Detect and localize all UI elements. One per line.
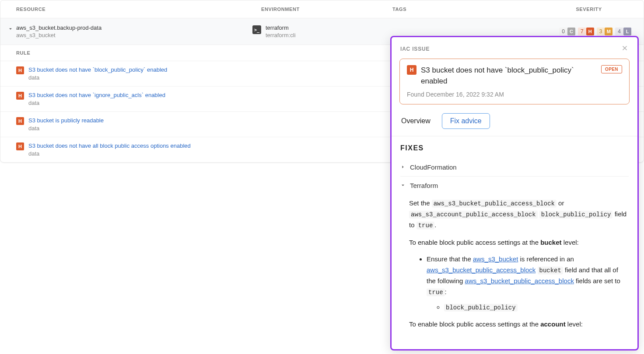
sev-high-badge: H [16,66,24,74]
tab-fix-advice[interactable]: Fix advice [442,113,490,129]
col-tags: TAGS [392,7,550,12]
chevron-right-icon [400,163,406,171]
sev-low-count: 4 [615,28,623,35]
fix-label: Terraform [410,182,438,189]
aws-s3-bucket-pab-link2[interactable]: aws_s3_bucket_public_access_block [465,277,574,285]
sev-medium-badge: M [605,28,612,35]
issue-summary-card: H S3 bucket does not have `block_public_… [399,59,630,104]
issue-tabs: Overview Fix advice [392,104,637,136]
close-icon[interactable] [621,44,629,53]
fix-label: CloudFormation [410,163,457,171]
rule-title[interactable]: S3 bucket does not have `ignore_public_a… [28,92,165,98]
sev-high-badge: H [16,117,24,125]
tab-overview[interactable]: Overview [400,114,431,128]
env-name: terraform [266,24,296,31]
rule-subtitle: data [28,100,165,106]
chevron-down-icon[interactable] [7,24,14,33]
rule-title[interactable]: S3 bucket does not have all block public… [28,142,191,149]
resource-type: aws_s3_bucket [16,32,102,38]
list-item: block_public_policy [444,302,629,313]
sev-critical-badge: C [567,28,575,35]
sev-high-badge: H [586,28,594,35]
sev-medium-count: 3 [597,28,605,35]
rule-subtitle: data [28,74,167,81]
sev-high-count: 7 [578,28,586,35]
col-environment: ENVIRONMENT [261,7,392,12]
terraform-fix-body: Set the aws_s3_bucket_public_access_bloc… [400,194,629,330]
issue-title: S3 bucket does not have `block_public_po… [421,65,597,87]
panel-title: IAC ISSUE [400,46,430,52]
terminal-icon: >_ [252,25,261,34]
rule-subtitle: data [28,125,104,132]
chevron-down-icon [400,182,406,189]
env-sub: terraform:cli [266,32,296,38]
severity-badges: 0 C 7 H 3 M 4 L [541,28,637,35]
fixes-heading: FIXES [400,144,629,152]
status-badge: OPEN [601,65,622,73]
panel-body: FIXES CloudFormation Terraform Set the a… [392,136,637,349]
issue-found-text: Found December 16, 2022 9:32 AM [407,91,622,98]
table-header-row: RESOURCE ENVIRONMENT TAGS SEVERITY [0,0,644,18]
rule-title[interactable]: S3 bucket is publicly readable [28,117,104,124]
fix-cloudformation[interactable]: CloudFormation [400,158,629,177]
sev-high-badge: H [407,65,416,75]
col-severity: SEVERITY [550,7,628,12]
fix-terraform[interactable]: Terraform [400,177,629,194]
issue-detail-panel: IAC ISSUE H S3 bucket does not have `blo… [390,36,639,351]
sev-high-badge: H [16,142,24,150]
resource-name: aws_s3_bucket.backup-prod-data [16,24,102,31]
sev-low-badge: L [623,28,631,35]
col-resource: RESOURCE [16,7,261,12]
aws-s3-bucket-pab-link[interactable]: aws_s3_bucket_public_access_block [427,266,536,274]
sev-critical-count: 0 [559,28,567,35]
sev-high-badge: H [16,92,24,100]
list-item: Ensure that the aws_s3_bucket is referen… [427,254,629,313]
aws-s3-bucket-link[interactable]: aws_s3_bucket [473,255,518,263]
rule-subtitle: data [28,150,191,157]
rule-title[interactable]: S3 bucket does not have `block_public_po… [28,66,167,73]
